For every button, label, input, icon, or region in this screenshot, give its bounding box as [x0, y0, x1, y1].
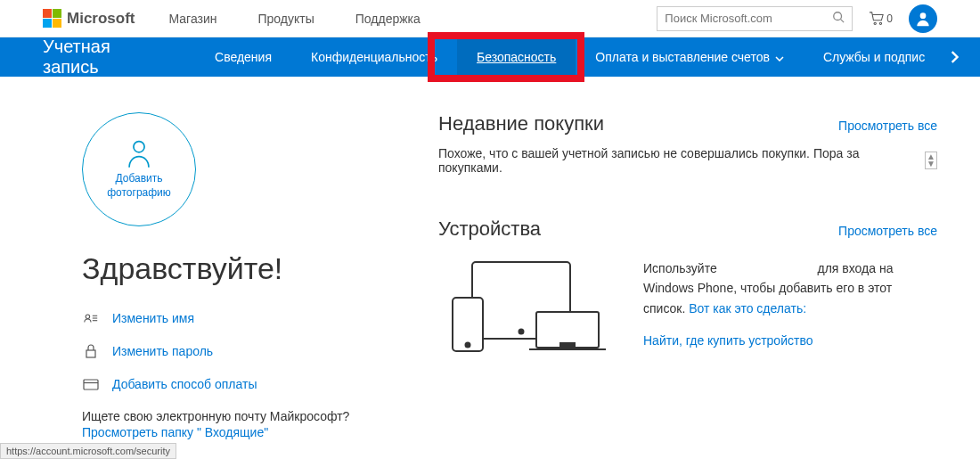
scroll-right-button[interactable] — [944, 46, 964, 68]
search-icon[interactable] — [832, 11, 845, 26]
devices-text-prefix: Используйте — [643, 261, 717, 275]
action-add-payment: Добавить способ оплаты — [82, 377, 385, 391]
tab-billing-label: Оплата и выставление счетов — [595, 50, 770, 64]
microsoft-logo[interactable]: Microsoft — [43, 9, 135, 28]
svg-point-5 — [134, 142, 144, 152]
top-nav: Магазин Продукты Поддержка — [169, 12, 421, 26]
svg-point-2 — [874, 22, 876, 24]
microsoft-squares-icon — [43, 9, 61, 28]
person-icon — [914, 10, 932, 28]
card-icon — [82, 379, 100, 390]
add-photo-label-2: фотографию — [107, 186, 171, 201]
purchases-view-all-link[interactable]: Просмотреть все — [838, 119, 937, 133]
svg-rect-10 — [86, 350, 95, 357]
svg-point-3 — [880, 22, 882, 24]
devices-view-all-link[interactable]: Просмотреть все — [838, 224, 937, 238]
purchases-header: Недавние покупки Просмотреть все — [438, 112, 937, 135]
action-edit-name: Изменить имя — [82, 311, 385, 325]
action-change-password: Изменить пароль — [82, 343, 385, 359]
tab-security[interactable]: Безопасность — [457, 37, 576, 77]
search-box[interactable] — [657, 6, 853, 31]
add-payment-link[interactable]: Добавить способ оплаты — [112, 377, 257, 391]
nav-store[interactable]: Магазин — [169, 12, 217, 26]
svg-rect-19 — [560, 343, 575, 347]
nav-support[interactable]: Поддержка — [355, 12, 421, 26]
brand-text: Microsoft — [67, 10, 135, 28]
purchases-title: Недавние покупки — [438, 112, 604, 135]
top-right-cluster: 0 — [657, 4, 937, 33]
devices-howto-link[interactable]: Вот как это сделать: — [689, 301, 806, 316]
svg-rect-11 — [84, 380, 98, 389]
cart-count: 0 — [886, 12, 893, 25]
devices-illustration — [438, 258, 617, 359]
view-inbox-link[interactable]: Просмотреть папку " Входящие" — [82, 425, 385, 439]
change-password-link[interactable]: Изменить пароль — [112, 344, 213, 358]
user-avatar[interactable] — [909, 4, 937, 33]
tab-info[interactable]: Сведения — [195, 37, 291, 77]
email-question-text: Ищете свою электронную почту Майкрософт? — [82, 409, 385, 423]
nav-products[interactable]: Продукты — [258, 12, 314, 26]
chevron-right-icon — [950, 51, 959, 63]
purchases-empty-row: Похоже, что с вашей учетной записью не с… — [438, 146, 937, 175]
account-title: Учетная запись — [43, 37, 159, 78]
svg-point-16 — [466, 343, 470, 348]
overview-column: Недавние покупки Просмотреть все Похоже,… — [438, 112, 937, 439]
tab-privacy[interactable]: Конфиденциальность — [291, 37, 457, 77]
add-photo-button[interactable]: Добавить фотографию — [82, 112, 196, 226]
svg-point-4 — [920, 12, 927, 19]
greeting-heading: Здравствуйте! — [82, 251, 385, 286]
svg-point-6 — [86, 315, 90, 319]
tab-services[interactable]: Службы и подпис — [804, 37, 944, 77]
purchases-empty-text: Похоже, что с вашей учетной записью не с… — [438, 146, 919, 175]
contact-card-icon — [82, 312, 100, 324]
sort-updown-icon[interactable]: ▲▼ — [925, 152, 937, 169]
svg-point-14 — [519, 330, 524, 334]
person-outline-icon — [126, 138, 152, 168]
chevron-down-icon — [775, 50, 784, 64]
profile-column: Добавить фотографию Здравствуйте! Измени… — [82, 112, 385, 439]
devices-content: Используйте для входа на Windows Phone, … — [438, 258, 937, 359]
devices-description: Используйте для входа на Windows Phone, … — [643, 258, 937, 359]
cart-button[interactable]: 0 — [869, 12, 893, 26]
main-content: Добавить фотографию Здравствуйте! Измени… — [0, 77, 980, 439]
svg-point-0 — [834, 12, 842, 20]
account-tabs: Сведения Конфиденциальность Безопасность… — [195, 37, 944, 77]
svg-line-1 — [841, 20, 845, 23]
edit-name-link[interactable]: Изменить имя — [112, 311, 194, 325]
devices-find-link[interactable]: Найти, где купить устройство — [643, 331, 937, 350]
devices-icon — [438, 258, 608, 357]
top-header: Microsoft Магазин Продукты Поддержка 0 — [0, 0, 980, 37]
search-input[interactable] — [665, 12, 832, 25]
add-photo-label-1: Добавить — [115, 172, 162, 186]
account-nav-bar: Учетная запись Сведения Конфиденциальнос… — [0, 37, 980, 77]
email-prompt: Ищете свою электронную почту Майкрософт?… — [82, 409, 385, 439]
lock-icon — [82, 343, 100, 359]
tab-billing[interactable]: Оплата и выставление счетов — [576, 37, 804, 77]
cart-icon — [869, 12, 885, 26]
devices-header: Устройства Просмотреть все — [438, 217, 937, 241]
devices-title: Устройства — [438, 217, 541, 241]
